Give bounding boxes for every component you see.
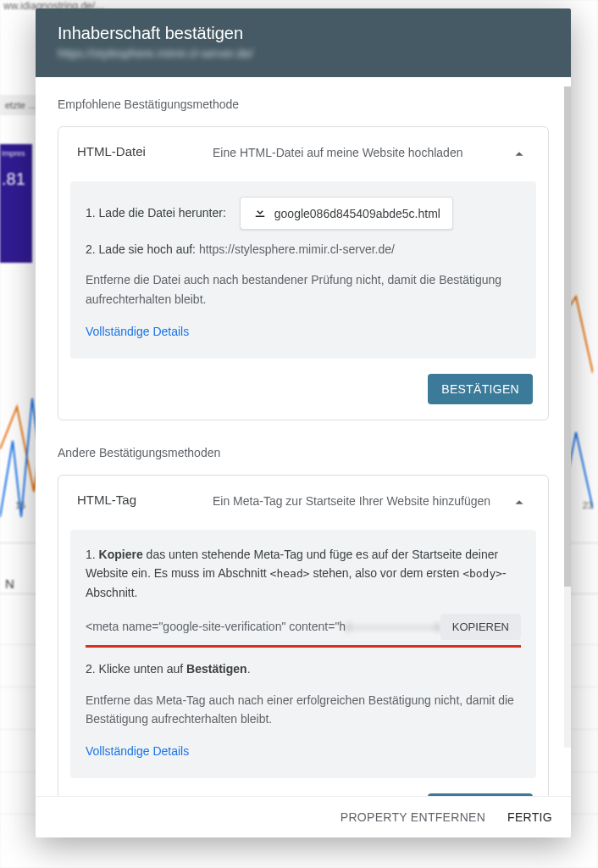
section-recommended-label: Empfohlene Bestätigungsmethode: [58, 97, 549, 111]
metric-tile: Impres .81: [0, 144, 32, 263]
dialog-title: Inhaberschaft bestätigen: [58, 24, 549, 43]
chevron-up-icon[interactable]: [509, 492, 529, 513]
step-1-label: 1. Lade die Datei herunter:: [86, 203, 226, 222]
highlight-underline: [86, 645, 521, 648]
download-icon: [252, 204, 268, 222]
meta-tag-code: <meta name="google-site-verification" co…: [86, 617, 440, 636]
method-desc: Ein Meta-Tag zur Startseite Ihrer Websit…: [213, 492, 509, 509]
card-body: 1. Kopiere das unten stehende Meta-Tag u…: [70, 530, 536, 778]
card-header[interactable]: HTML-Tag Ein Meta-Tag zur Startseite Ihr…: [58, 476, 548, 525]
dialog-subtitle: https://stylesphere.mimir.cl-server.de/: [58, 47, 549, 60]
method-name: HTML-Tag: [77, 492, 213, 507]
step-2: 2. Lade sie hoch auf: https://stylespher…: [86, 240, 521, 259]
method-card-html-file: HTML-Datei Eine HTML-Datei auf meine Web…: [58, 126, 549, 420]
step-1: 1. Kopiere das unten stehende Meta-Tag u…: [86, 545, 521, 603]
download-file-name: google086d845409abde5c.html: [274, 207, 440, 220]
card-body: 1. Lade die Datei herunter: google086d84…: [70, 181, 536, 359]
dialog-header: Inhaberschaft bestätigen https://stylesp…: [36, 8, 571, 77]
copy-button[interactable]: KOPIEREN: [440, 614, 521, 640]
upload-url: https://stylesphere.mimir.cl-server.de/: [199, 242, 395, 256]
remove-property-button[interactable]: PROPERTY ENTFERNEN: [341, 810, 485, 824]
method-card-html-tag: HTML-Tag Ein Meta-Tag zur Startseite Ihr…: [58, 475, 549, 796]
confirm-button[interactable]: BESTÄTIGEN: [428, 793, 533, 796]
method-desc: Eine HTML-Datei auf meine Website hochla…: [213, 144, 509, 161]
card-header[interactable]: HTML-Datei Eine HTML-Datei auf meine Web…: [58, 127, 548, 176]
confirm-button[interactable]: BESTÄTIGEN: [428, 374, 533, 404]
keep-tag-note: Entferne das Meta-Tag auch nach einer er…: [86, 691, 521, 729]
download-file-button[interactable]: google086d845409abde5c.html: [240, 197, 453, 230]
section-other-label: Andere Bestätigungsmethoden: [58, 446, 549, 459]
dialog-body: Empfohlene Bestätigungsmethode HTML-Date…: [36, 77, 571, 796]
chevron-up-icon[interactable]: [509, 144, 529, 164]
done-button[interactable]: FERTIG: [507, 810, 552, 824]
full-details-link[interactable]: Vollständige Details: [86, 742, 521, 760]
method-name: HTML-Datei: [77, 144, 213, 159]
verify-ownership-dialog: Inhaberschaft bestätigen https://stylesp…: [36, 8, 571, 837]
x-tick: 23: [583, 500, 593, 510]
step-2: 2. Klicke unten auf Bestätigen.: [86, 659, 521, 678]
keep-file-note: Entferne die Datei auch nach bestandener…: [86, 270, 521, 309]
x-tick: 15: [15, 500, 25, 510]
dialog-footer: PROPERTY ENTFERNEN FERTIG: [36, 796, 571, 837]
full-details-link[interactable]: Vollständige Details: [86, 322, 521, 341]
